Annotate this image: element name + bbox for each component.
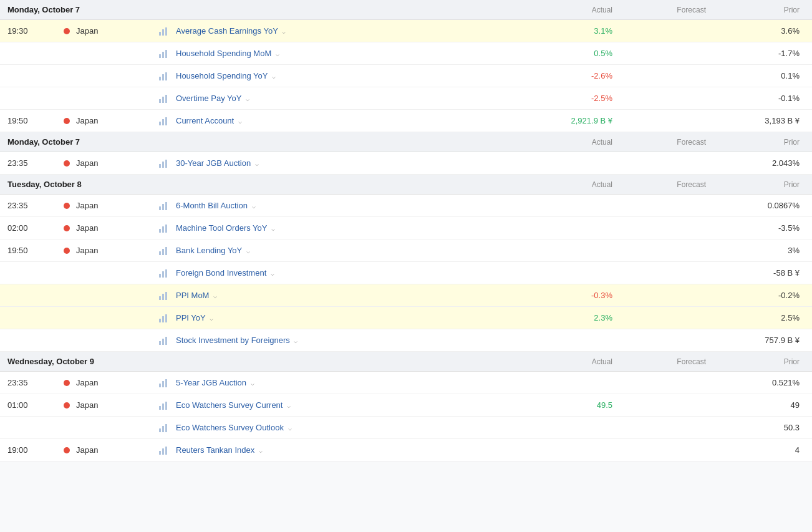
country-flag: [57, 118, 76, 124]
event-row: 01:00Japan Eco Watchers Survey Current ⌵…: [0, 394, 812, 417]
flag-dot: [64, 160, 70, 167]
chart-icon[interactable]: [151, 72, 176, 80]
col-header-forecast: Forecast: [617, 180, 711, 189]
event-name[interactable]: Machine Tool Orders YoY ⌵: [176, 223, 524, 233]
svg-rect-4: [162, 52, 164, 58]
col-header-prior: Prior: [711, 138, 805, 147]
event-name[interactable]: PPI YoY ⌵: [176, 313, 524, 322]
event-prior: -1.7%: [711, 49, 805, 58]
col-header-forecast: Forecast: [617, 6, 711, 14]
event-row: PPI YoY ⌵2.3%2.5%: [0, 307, 812, 329]
day-header-monday-oct7-b: Monday, October 7ActualForecastPrior: [0, 132, 812, 152]
chart-icon[interactable]: [151, 423, 176, 432]
svg-rect-13: [162, 119, 164, 125]
day-title: Tuesday, October 8: [7, 180, 524, 189]
event-name[interactable]: Foreign Bond Investment ⌵: [176, 268, 524, 278]
event-actual: -2.5%: [524, 94, 617, 103]
col-header-prior: Prior: [711, 357, 805, 366]
event-name[interactable]: Bank Lending YoY ⌵: [176, 246, 524, 255]
chart-icon[interactable]: [151, 117, 176, 125]
flag-dot: [64, 248, 70, 254]
svg-rect-41: [165, 379, 167, 387]
chart-icon[interactable]: [151, 224, 176, 233]
country-name: Japan: [76, 26, 151, 36]
svg-rect-35: [165, 314, 167, 322]
chart-icon[interactable]: [151, 291, 176, 300]
chart-icon[interactable]: [151, 201, 176, 210]
svg-rect-5: [165, 50, 167, 58]
col-header-forecast: Forecast: [617, 138, 711, 147]
event-name[interactable]: Eco Watchers Survey Outlook ⌵: [176, 423, 524, 432]
event-name[interactable]: Current Account ⌵: [176, 116, 524, 125]
chevron-icon: ⌵: [238, 118, 242, 125]
event-prior: 2.5%: [711, 313, 805, 322]
flag-dot: [64, 203, 70, 209]
event-prior: 49: [711, 400, 805, 410]
event-actual: 2,921.9 B ¥: [524, 116, 617, 125]
svg-rect-49: [162, 448, 164, 455]
country-name: Japan: [76, 116, 151, 125]
col-header-prior: Prior: [711, 180, 805, 189]
svg-rect-34: [162, 316, 164, 322]
event-actual: 0.5%: [524, 49, 617, 58]
svg-rect-22: [162, 226, 164, 233]
country-flag: [57, 402, 76, 409]
svg-rect-12: [159, 122, 161, 125]
chevron-icon: ⌵: [282, 28, 286, 35]
event-name[interactable]: Household Spending YoY ⌵: [176, 71, 524, 80]
chart-icon[interactable]: [151, 314, 176, 322]
svg-rect-42: [159, 406, 161, 410]
event-name[interactable]: Stock Investment by Foreigners ⌵: [176, 336, 524, 345]
chart-icon[interactable]: [151, 94, 176, 103]
svg-rect-8: [165, 72, 167, 80]
country-name: Japan: [76, 378, 151, 387]
event-prior: 0.1%: [711, 71, 805, 80]
flag-dot: [64, 380, 70, 386]
chart-icon[interactable]: [151, 159, 176, 168]
col-header-prior: Prior: [711, 6, 805, 14]
svg-rect-18: [159, 206, 161, 210]
event-row: Stock Investment by Foreigners ⌵757.9 B …: [0, 329, 812, 352]
svg-rect-48: [159, 451, 161, 455]
event-name[interactable]: 30-Year JGB Auction ⌵: [176, 158, 524, 168]
chart-icon[interactable]: [151, 379, 176, 387]
col-header-actual: Actual: [524, 138, 617, 147]
svg-rect-36: [159, 341, 161, 345]
event-name[interactable]: Household Spending MoM ⌵: [176, 49, 524, 58]
svg-rect-26: [165, 247, 167, 255]
chart-icon[interactable]: [151, 336, 176, 345]
chevron-icon: ⌵: [251, 380, 254, 387]
event-name[interactable]: PPI MoM ⌵: [176, 291, 524, 300]
event-name[interactable]: Average Cash Earnings YoY ⌵: [176, 26, 524, 36]
event-prior: 3.6%: [711, 26, 805, 36]
event-prior: -0.1%: [711, 94, 805, 103]
event-name[interactable]: Overtime Pay YoY ⌵: [176, 94, 524, 103]
svg-rect-14: [165, 117, 167, 125]
svg-rect-46: [162, 426, 164, 432]
chevron-icon: ⌵: [246, 95, 249, 102]
svg-rect-2: [165, 27, 167, 36]
event-name[interactable]: Eco Watchers Survey Current ⌵: [176, 400, 524, 410]
event-actual: -0.3%: [524, 291, 617, 300]
svg-rect-24: [159, 251, 161, 255]
event-name[interactable]: Reuters Tankan Index ⌵: [176, 445, 524, 455]
event-name[interactable]: 5-Year JGB Auction ⌵: [176, 378, 524, 387]
chart-icon[interactable]: [151, 27, 176, 36]
chart-icon[interactable]: [151, 269, 176, 278]
chevron-icon: ⌵: [255, 160, 259, 167]
day-header-wednesday-oct9: Wednesday, October 9ActualForecastPrior: [0, 352, 812, 372]
flag-dot: [64, 225, 70, 231]
chevron-icon: ⌵: [271, 270, 274, 277]
event-time: 23:35: [7, 158, 57, 168]
event-name[interactable]: 6-Month Bill Auction ⌵: [176, 201, 524, 210]
svg-rect-19: [162, 204, 164, 210]
svg-rect-7: [162, 74, 164, 80]
chart-icon[interactable]: [151, 401, 176, 410]
event-row: Eco Watchers Survey Outlook ⌵50.3: [0, 417, 812, 439]
chart-icon[interactable]: [151, 246, 176, 255]
event-actual: 2.3%: [524, 313, 617, 322]
chart-icon[interactable]: [151, 49, 176, 58]
event-row: Foreign Bond Investment ⌵-58 B ¥: [0, 262, 812, 284]
chart-icon[interactable]: [151, 446, 176, 455]
event-row: Household Spending MoM ⌵0.5%-1.7%: [0, 42, 812, 65]
